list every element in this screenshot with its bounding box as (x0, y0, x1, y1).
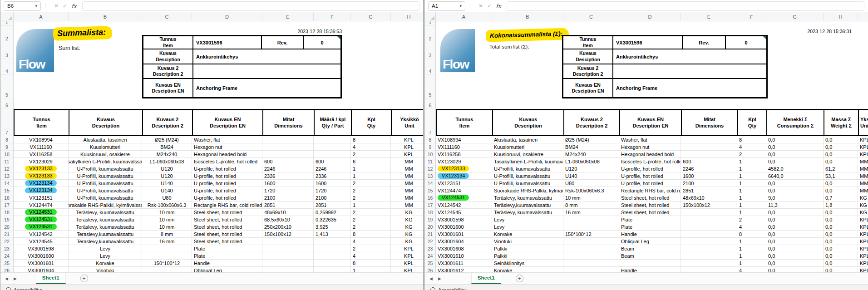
cell[interactable]: 8 (351, 260, 391, 267)
cell[interactable]: VX124531 (14, 216, 69, 223)
header-cell[interactable]: Tunnus Item (437, 110, 493, 135)
cell[interactable]: 8 mm (563, 202, 619, 209)
tab-sheet1[interactable]: Sheet1 (36, 273, 66, 284)
cell[interactable] (681, 216, 737, 223)
cell[interactable]: KPL (858, 143, 868, 151)
info-value-rev[interactable]: 0 (303, 36, 341, 49)
info-value-kuvausen[interactable]: Anchoring Frame (613, 79, 767, 98)
cell[interactable]: Hexagon nut (619, 143, 681, 151)
cell[interactable] (681, 245, 737, 252)
cell[interactable]: KPL (391, 252, 423, 260)
cell[interactable]: Steel sheet, hot rolled (192, 223, 262, 231)
cell[interactable]: 0,0 (766, 151, 824, 158)
info-value-tunnus[interactable]: VX3001596 (193, 36, 261, 49)
row-number-19[interactable]: 19 (0, 216, 13, 223)
cell[interactable] (681, 260, 737, 267)
row-number-26[interactable]: 26 (0, 267, 13, 272)
cell[interactable]: Korvake (492, 267, 563, 272)
row-number-19[interactable]: 19 (425, 216, 435, 223)
row-number-23[interactable]: 23 (0, 245, 13, 252)
cell[interactable]: 1 (737, 252, 766, 260)
cell[interactable] (314, 245, 351, 252)
confirm-entry-icon[interactable]: ✓ (487, 3, 492, 9)
cell[interactable]: KPL (391, 267, 423, 272)
cell[interactable]: VX123133 (14, 165, 69, 172)
cell[interactable]: Teraslevy,kuumavalssattu (69, 238, 142, 245)
cell[interactable]: 8 (351, 231, 391, 238)
header-cell[interactable]: Määrä / kpl Qty / Part (315, 110, 352, 135)
cell[interactable]: KG (858, 209, 868, 216)
cell[interactable]: Steel sheet, hot rolled (192, 238, 262, 245)
cell[interactable]: VX3001598 (436, 216, 492, 223)
row-number-14[interactable]: 14 (0, 180, 13, 187)
cell[interactable]: MM (391, 172, 423, 180)
cell[interactable]: U-profile, hot rolled (619, 165, 681, 172)
column-letter-G[interactable]: G (766, 12, 824, 21)
cell[interactable]: Hexagon nut (192, 143, 262, 151)
cell[interactable]: VX3001612 (436, 267, 492, 272)
cell[interactable]: 1600 (681, 172, 737, 180)
cell[interactable]: 1 (351, 172, 391, 180)
row-number-2[interactable]: 2 (425, 26, 435, 42)
cell[interactable]: U-profile, hot rolled (192, 165, 262, 172)
cell[interactable] (563, 238, 619, 245)
cell[interactable] (314, 143, 351, 151)
cell[interactable]: Beam (619, 252, 681, 260)
cell[interactable] (142, 252, 192, 260)
insert-function-icon[interactable]: fx (71, 3, 77, 10)
cell[interactable]: Rsk-100x060x6.3 (142, 202, 192, 209)
cell[interactable]: 1,413 (314, 231, 351, 238)
cell[interactable]: 16 mm (142, 238, 192, 245)
cell[interactable]: Handle (619, 231, 681, 238)
cell[interactable]: VX124474 (436, 187, 492, 194)
cell[interactable]: 2246 (262, 165, 314, 172)
cell[interactable]: 0,0 (766, 216, 824, 223)
cell[interactable] (142, 245, 192, 252)
cell[interactable]: 4 (351, 238, 391, 245)
cell[interactable]: U120 (142, 165, 192, 172)
cell[interactable]: Steel sheet, hot rolled (192, 231, 262, 238)
cell[interactable]: Aluslaatta, tasainen (492, 136, 563, 143)
tab-scroll-left-icon[interactable]: ◀ (429, 276, 433, 281)
cell[interactable]: VX3001608 (436, 245, 492, 252)
cell[interactable]: Hexagonal headed bold (192, 151, 262, 158)
cell[interactable]: 0,0 (824, 245, 858, 252)
info-value-rev[interactable]: 0 (725, 36, 767, 49)
tab-scroll-left-icon[interactable]: ◀ (5, 276, 8, 281)
cell[interactable] (681, 238, 737, 245)
cell[interactable]: 0,0 (824, 180, 858, 187)
cell[interactable]: Plate (192, 252, 262, 260)
cell[interactable]: VX3001601 (14, 260, 69, 267)
cell[interactable]: 0,0 (766, 180, 824, 187)
row-number-20[interactable]: 20 (0, 223, 13, 231)
cell[interactable]: 0,0 (766, 267, 824, 272)
cell[interactable]: KG (391, 209, 423, 216)
cell[interactable]: 150x100x12 (262, 231, 314, 238)
cell[interactable]: Aluslaatta, tasainen (69, 136, 142, 143)
cell[interactable]: 0,0 (766, 252, 824, 260)
cell[interactable]: 2 (351, 216, 391, 223)
header-cell[interactable]: Massa Σ Weight Σ (824, 110, 859, 135)
cell[interactable]: VX116258 (14, 151, 69, 158)
cell[interactable]: VX123151 (436, 180, 492, 187)
header-cell[interactable]: Kuvaus EN Description EN (193, 110, 263, 135)
cell[interactable]: KPL (858, 136, 868, 143)
cell[interactable]: Teräslevy, kuumavalssattu (69, 209, 142, 216)
cell[interactable]: 4 (737, 143, 766, 151)
cell[interactable]: VX124545 (436, 209, 492, 216)
cell[interactable]: Isosceles L-profile, hot rolled (192, 158, 262, 165)
cell[interactable]: 10 mm (563, 194, 619, 202)
cell[interactable]: VX124531 (436, 194, 492, 202)
cell[interactable]: KPL (858, 216, 868, 223)
cell[interactable]: Levy (492, 216, 563, 223)
row-number-12[interactable]: 12 (0, 165, 13, 172)
column-letter-B[interactable]: B (69, 12, 142, 21)
row-number-7[interactable]: 7 (0, 109, 13, 136)
cell[interactable]: Kuusioruuvi, osakierre (69, 151, 142, 158)
tab-scroll-right-icon[interactable]: ▶ (14, 276, 17, 281)
cell[interactable]: MM (391, 202, 423, 209)
cell[interactable]: BM24 (142, 143, 192, 151)
cell[interactable]: 2 (351, 180, 391, 187)
cell[interactable]: KPL (858, 223, 868, 231)
column-letter-C[interactable]: C (563, 12, 619, 21)
